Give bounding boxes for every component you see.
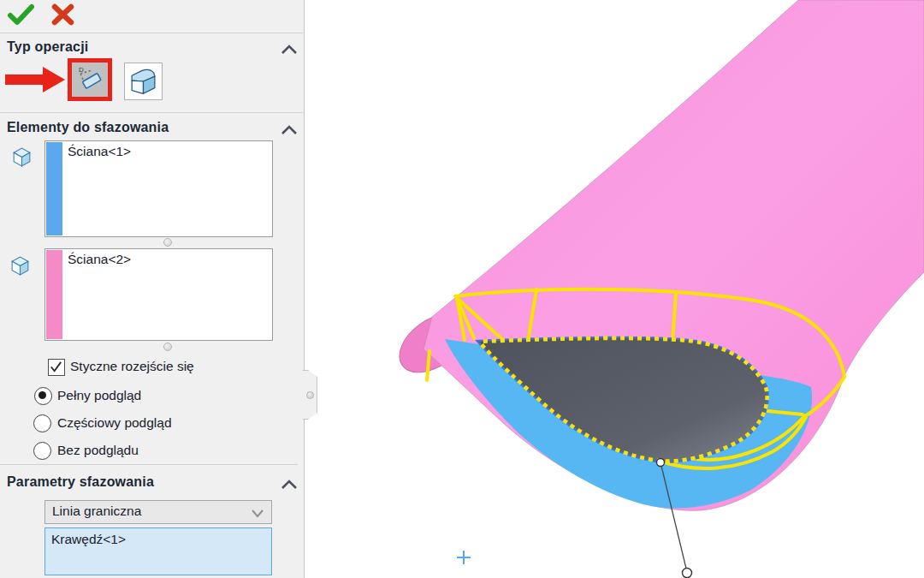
radio-selected-dot [38,391,46,399]
tangent-propagation-label: Styczne rozejście się [70,359,194,374]
cancel-button[interactable] [49,3,78,27]
face-selection-cube-icon [10,146,33,169]
selected-face-item[interactable]: Ściana<1> [68,144,131,159]
property-manager-panel: Typ operacji D Elementy do sfazowania Śc [0,0,305,578]
selection-color-stripe-pink [46,250,62,339]
origin-cross-marker [457,551,471,564]
chamfer-angle-distance-button[interactable]: D [72,63,108,97]
collapse-chevron-icon[interactable] [281,44,298,56]
face-selection-cube-icon [9,254,32,277]
radio-no-preview[interactable] [33,442,51,460]
selection-color-stripe-blue [46,142,62,235]
flyout-grip-dot [306,391,314,399]
ok-button[interactable] [7,3,36,27]
radio-full-preview-label[interactable]: Pełny podgląd [57,388,141,403]
chamfered-cube-icon [125,63,162,99]
radio-partial-preview[interactable] [33,414,51,432]
annotation-arrow [5,74,44,85]
radio-partial-preview-label[interactable]: Częściowy podgląd [57,415,172,431]
annotation-arrow-head [43,67,65,92]
annotation-highlight-box: D [68,58,112,101]
selection-box-face1[interactable]: Ściana<1> [44,140,273,237]
resize-grip[interactable] [163,238,172,247]
resize-grip[interactable] [163,343,172,351]
chamfer-face-face-button[interactable] [124,63,163,100]
collapse-chevron-icon[interactable] [281,479,298,491]
selection-box-face2[interactable]: Ściana<2> [44,248,273,341]
chamfer-method-dropdown[interactable]: Linia graniczna [44,500,272,524]
section-title-chamfer-items[interactable]: Elementy do sfazowania [7,120,169,135]
selected-face-item[interactable]: Ściana<2> [68,252,131,267]
edge-selection-field[interactable]: Krawędź<1> [44,527,272,575]
section-title-chamfer-parameters[interactable]: Parametry sfazowania [7,474,154,490]
checkmark-icon [49,360,63,374]
chamfer-d-label: D [79,66,84,74]
section-title-operation-type[interactable]: Typ operacji [7,39,88,55]
dropdown-selected-value: Linia graniczna [52,504,141,519]
divider [0,464,298,465]
chevron-down-icon [251,509,264,518]
divider [0,33,303,33]
collapse-chevron-icon[interactable] [281,124,298,136]
radio-full-preview[interactable] [34,387,52,405]
divider [0,112,303,113]
tangent-propagation-checkbox[interactable] [48,359,65,376]
radio-no-preview-label[interactable]: Bez podglądu [57,443,139,458]
selected-edge-item[interactable]: Krawędź<1> [51,532,126,547]
